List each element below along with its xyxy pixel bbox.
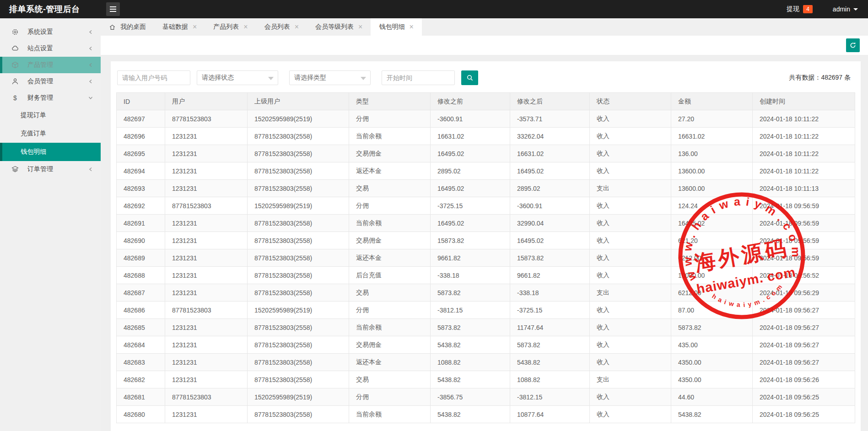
table-cell: 2024-01-18 10:11:22 [753,162,855,180]
sidebar-subitem-withdraw-orders[interactable]: 提现订单 [0,106,101,124]
sidebar-subitem-recharge-orders[interactable]: 充值订单 [0,124,101,143]
content-panel: 请选择状态 请选择类型 共有数据：482697 条 ID用户上级用户类型 [111,61,861,431]
table-cell: 1231231 [165,406,248,423]
chevron-down-icon [88,95,93,101]
table-cell: 482686 [117,302,165,319]
table-cell: 1231231 [165,145,248,162]
table-cell: 分佣 [349,388,431,406]
tab-5[interactable]: 钱包明细× [371,18,421,36]
sidebar-item-label: 订单管理 [27,165,53,173]
sidebar-item-site-settings[interactable]: 站点设置 [0,40,101,57]
table-cell: -3812.15 [510,388,590,406]
table-row: 4826868778152380315202595989(2519)分佣-381… [117,302,855,319]
user-menu[interactable]: admin [833,5,858,13]
sidebar-item-finance-manage[interactable]: $财务管理 [0,90,101,106]
table-cell: 交易佣金 [349,232,431,249]
table-cell: 6212.00 [671,249,753,267]
wallet-detail-table: ID用户上级用户类型修改之前修改之后状态金额创建时间 4826978778152… [116,92,855,423]
table-cell: 交易 [349,180,431,197]
tab-label: 会员列表 [264,23,290,31]
refresh-button[interactable] [846,38,860,52]
column-header: 修改之后 [510,93,590,110]
table-cell: -338.18 [431,267,510,284]
tab-label: 钱包明细 [379,23,404,31]
table-cell: 621.20 [671,232,753,249]
close-icon[interactable]: × [295,23,299,31]
refresh-icon [849,42,857,49]
user-number-input[interactable] [117,70,190,85]
type-select[interactable]: 请选择类型 [289,70,371,85]
table-cell: 5438.82 [431,371,510,388]
table-cell: -338.18 [510,284,590,302]
gear-icon [11,28,20,36]
table-cell: 482682 [117,371,165,388]
close-icon[interactable]: × [358,23,362,31]
table-cell: 87781523803(2558) [248,145,349,162]
table-cell: 5873.82 [431,284,510,302]
search-button[interactable] [461,70,478,85]
table-cell: 87781523803 [165,197,248,215]
table-cell: 返还本金 [349,249,431,267]
table-cell: 87781523803(2558) [248,232,349,249]
table-cell: 87781523803(2558) [248,284,349,302]
table-row: 482687123123187781523803(2558)交易5873.82-… [117,284,855,302]
table-cell: 87781523803(2558) [248,128,349,145]
table-cell: -3600.91 [510,197,590,215]
table-cell: 33262.04 [510,128,590,145]
start-time-input[interactable] [382,70,455,85]
table-cell: 收入 [590,267,671,284]
table-cell: 2024-01-18 09:56:59 [753,249,855,267]
tab-2[interactable]: 产品列表× [205,18,256,36]
withdraw-shortcut[interactable]: 提现 4 [787,5,813,13]
tab-1[interactable]: 基础数据× [154,18,205,36]
sidebar-item-label: 会员管理 [27,77,53,86]
table-cell: 87781523803(2558) [248,249,349,267]
close-icon[interactable]: × [193,23,197,31]
table-cell: 16495.02 [671,215,753,232]
table-cell: 15873.82 [510,249,590,267]
sidebar-item-order-manage[interactable]: 订单管理 [0,161,101,178]
sidebar-toggle-button[interactable] [106,2,120,16]
table-cell: 收入 [590,232,671,249]
sidebar-item-product-manage[interactable]: 产品管理 [0,57,101,73]
table-cell: 87781523803(2558) [248,336,349,354]
table-cell: 1231231 [165,232,248,249]
table-row: 482690123123187781523803(2558)交易佣金15873.… [117,232,855,249]
close-icon[interactable]: × [243,23,248,31]
table-cell: 当前余额 [349,215,431,232]
table-cell: 482680 [117,406,165,423]
column-header: 创建时间 [753,93,855,110]
table-cell: 收入 [590,406,671,423]
tab-4[interactable]: 会员等级列表× [307,18,371,36]
table-cell: 返还本金 [349,162,431,180]
table-cell: 482692 [117,197,165,215]
table-cell: 87781523803 [165,110,248,128]
tab-3[interactable]: 会员列表× [256,18,307,36]
tab-label: 会员等级列表 [315,23,354,31]
table-cell: 4350.00 [671,354,753,371]
tab-0[interactable]: 我的桌面 [101,18,154,36]
close-icon[interactable]: × [409,23,413,31]
table-cell: 1231231 [165,180,248,197]
column-header: 用户 [165,93,248,110]
table-cell: 2024-01-18 09:56:27 [753,302,855,319]
sidebar-item-member-manage[interactable]: 会员管理 [0,73,101,90]
table-cell: 9661.82 [431,249,510,267]
sidebar-subitem-wallet-detail[interactable]: 钱包明细 [0,143,101,161]
table-cell: 收入 [590,249,671,267]
table-cell: 16631.02 [671,128,753,145]
table-cell: 收入 [590,388,671,406]
table-cell: 收入 [590,302,671,319]
table-cell: 2024-01-18 09:56:59 [753,232,855,249]
table-cell: 482685 [117,319,165,336]
table-cell: -3812.15 [431,302,510,319]
sidebar-item-system-settings[interactable]: 系统设置 [0,24,101,40]
table-cell: 16495.02 [431,145,510,162]
status-select[interactable]: 请选择状态 [197,70,278,85]
table-cell: 2024-01-18 09:56:59 [753,215,855,232]
table-cell: 收入 [590,162,671,180]
tab-label: 基础数据 [162,23,188,31]
table-cell: 482693 [117,180,165,197]
username: admin [833,5,850,13]
table-header-row: ID用户上级用户类型修改之前修改之后状态金额创建时间 [117,93,855,110]
